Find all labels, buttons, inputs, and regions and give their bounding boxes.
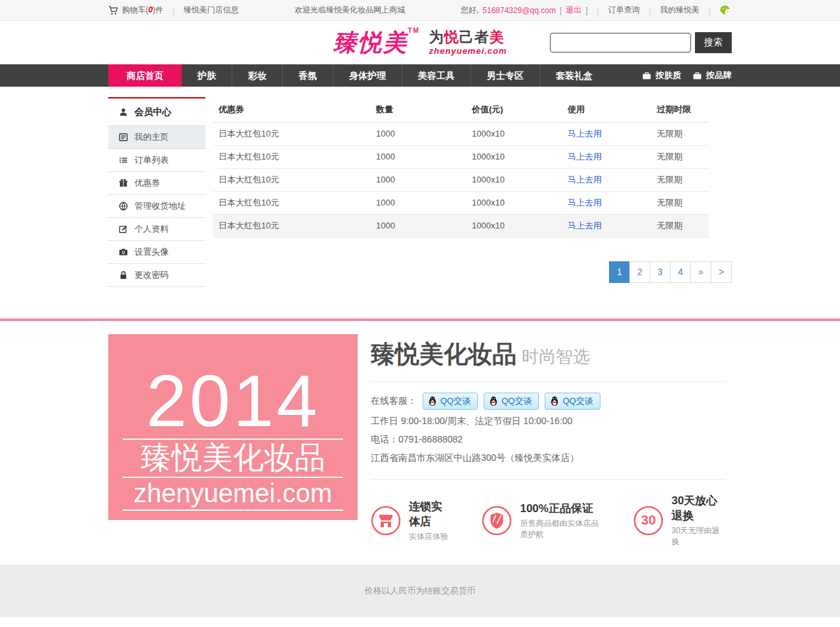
coupon-qty: 1000: [371, 168, 467, 191]
sidebar-item[interactable]: 管理收货地址: [108, 195, 205, 218]
qq-penguin-icon: [489, 396, 498, 406]
nav-filter[interactable]: 按品牌: [693, 70, 732, 81]
column-header: 使用: [562, 97, 652, 122]
cart-link[interactable]: 购物车(0)件: [122, 5, 163, 16]
currency-notice-bar: 价格以人民币为结账交易货币: [0, 565, 840, 617]
use-coupon-link[interactable]: 马上去用: [568, 129, 602, 139]
page-button[interactable]: 2: [629, 261, 650, 283]
coupon-qty: 1000: [371, 214, 467, 237]
qq-penguin-icon: [550, 396, 559, 406]
page-button[interactable]: >: [711, 261, 732, 283]
page-button[interactable]: »: [690, 261, 711, 283]
logo-text: 臻悦美TM: [333, 27, 419, 59]
coupon-value: 1000x10: [467, 145, 562, 168]
nav-item[interactable]: 彩妆: [232, 64, 282, 87]
sidebar-item[interactable]: 更改密码: [108, 264, 205, 287]
sidebar-item[interactable]: 订单列表: [108, 149, 205, 172]
page-button[interactable]: 4: [670, 261, 691, 283]
nav-item[interactable]: 美容工具: [402, 64, 471, 87]
cart-count: 0: [148, 5, 153, 14]
nav-item[interactable]: 身体护理: [333, 64, 402, 87]
search-button[interactable]: 搜索: [695, 32, 732, 53]
coupon-qty: 1000: [371, 145, 467, 168]
promo-domain: zhenyuemei.com: [123, 478, 343, 511]
coupon-expiry: 无限期: [652, 145, 709, 168]
globe-icon: [119, 202, 128, 211]
sidebar-item[interactable]: 设置头像: [108, 241, 205, 264]
badge: 100%正品保证 所售商品都由实体店品质护航: [482, 493, 603, 548]
coupon-value: 1000x10: [467, 191, 562, 214]
order-query-link[interactable]: 订单查询: [608, 5, 640, 16]
coupon-panel: 优惠券数量价值(元)使用过期时限 日本大红包10元 1000 1000x10 马…: [213, 97, 732, 287]
camera-icon: [119, 248, 128, 257]
footer-brand-title: 臻悦美化妆品: [371, 341, 516, 368]
currency-notice: 价格以人民币为结账交易货币: [365, 585, 476, 597]
coupon-value: 1000x10: [467, 168, 562, 191]
column-header: 过期时限: [652, 97, 709, 122]
use-coupon-link[interactable]: 马上去用: [568, 198, 602, 207]
trademark-mark: TM: [408, 27, 419, 34]
column-header: 数量: [371, 97, 467, 122]
edit-icon: [119, 225, 128, 234]
copyright-bar: Copyright 2014 © 西湖区臻悦美化妆品营销中心 版权所有。赣ICP…: [0, 617, 840, 627]
divider: |: [173, 6, 175, 15]
slogan: 为悦己者美: [429, 29, 505, 45]
sidebar-item[interactable]: 优惠券: [108, 172, 205, 195]
briefcase-icon: [693, 72, 702, 79]
promo-year: 2014: [123, 364, 343, 440]
coupon-name: 日本大红包10元: [213, 145, 371, 168]
greeting-text: 您好,: [461, 5, 478, 16]
qq-chat-button[interactable]: QQ交谈: [423, 393, 478, 410]
wechat-icon[interactable]: [720, 5, 732, 16]
page-button[interactable]: 3: [650, 261, 671, 283]
phone-number: 电话：0791-86888082: [371, 433, 725, 446]
coupon-expiry: 无限期: [652, 214, 709, 237]
divider: |: [597, 6, 599, 15]
footer-brand-subtitle: 时尚智选: [522, 347, 590, 366]
table-row: 日本大红包10元 1000 1000x10 马上去用 无限期: [213, 168, 709, 191]
divider: |: [709, 6, 711, 15]
gift-icon: [119, 179, 128, 188]
coupon-name: 日本大红包10元: [213, 122, 371, 145]
badge: 30 30天放心退换 30天无理由退换: [633, 493, 725, 548]
qq-penguin-icon: [428, 396, 437, 406]
footer-info: 2014 臻悦美化妆品 zhenyuemei.com 臻悦美化妆品时尚智选 在线…: [0, 321, 840, 565]
account-email-link[interactable]: 516874329@qq.com: [482, 6, 556, 15]
nav-filter[interactable]: 按肤质: [642, 70, 681, 81]
newspaper-icon: [119, 133, 128, 142]
qq-chat-button[interactable]: QQ交谈: [484, 393, 539, 410]
coupon-expiry: 无限期: [652, 122, 709, 145]
list-icon: [119, 156, 128, 165]
briefcase-icon: [642, 72, 651, 79]
use-coupon-link[interactable]: 马上去用: [568, 152, 602, 162]
nav-item[interactable]: 套装礼盒: [539, 64, 608, 87]
sidebar-item[interactable]: 个人资料: [108, 218, 205, 241]
coupon-expiry: 无限期: [652, 168, 709, 191]
nav-item[interactable]: 护肤: [182, 64, 232, 87]
nav-item[interactable]: 商店首页: [108, 64, 182, 87]
pagination: 1234»>: [213, 261, 732, 283]
page-button[interactable]: 1: [609, 261, 630, 283]
brand-logo[interactable]: 臻悦美TM 为悦己者美 zhenyuemei.com: [333, 27, 507, 59]
promo-banner: 2014 臻悦美化妆品 zhenyuemei.com: [108, 334, 358, 520]
sidebar-item[interactable]: 我的主页: [108, 126, 205, 149]
business-hours: 工作日 9:00-18:00/周末、法定节假日 10:00-16:00: [371, 414, 725, 428]
logout-link[interactable]: 退出: [566, 5, 581, 16]
table-row: 日本大红包10元 1000 1000x10 马上去用 无限期: [213, 122, 709, 145]
lock-icon: [119, 270, 128, 280]
coupon-table: 优惠券数量价值(元)使用过期时限 日本大红包10元 1000 1000x10 马…: [213, 97, 709, 238]
coupon-value: 1000x10: [467, 214, 562, 237]
qq-chat-button[interactable]: QQ交谈: [545, 393, 600, 410]
promo-brand: 臻悦美化妆品: [123, 440, 343, 478]
user-icon: [119, 108, 128, 117]
nav-item[interactable]: 香氛: [282, 64, 333, 87]
use-coupon-link[interactable]: 马上去用: [568, 175, 602, 184]
nav-item[interactable]: 男士专区: [471, 64, 539, 87]
store-info-link[interactable]: 臻悦美门店信息: [184, 5, 239, 16]
use-coupon-link[interactable]: 马上去用: [568, 221, 602, 230]
search-input[interactable]: [550, 33, 691, 53]
site-header: 臻悦美TM 为悦己者美 zhenyuemei.com 搜索: [0, 21, 840, 64]
my-account-link[interactable]: 我的臻悦美: [660, 5, 700, 16]
service-label: 在线客服：: [371, 395, 417, 407]
sidebar-title: 会员中心: [108, 98, 205, 126]
